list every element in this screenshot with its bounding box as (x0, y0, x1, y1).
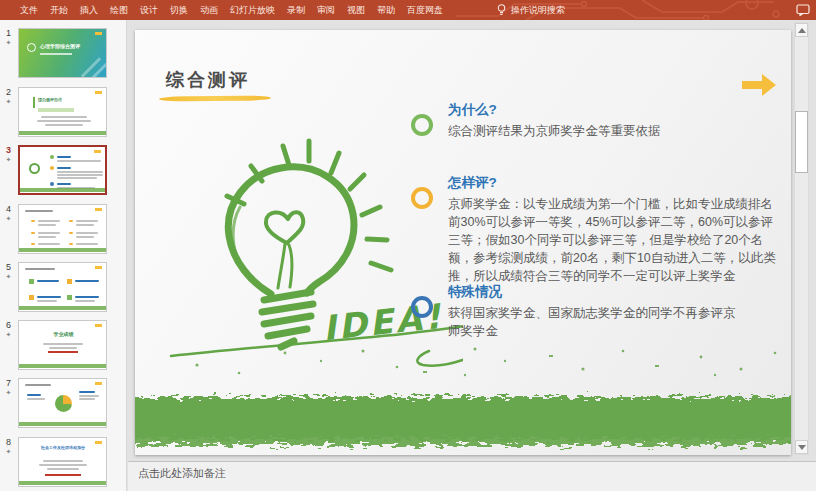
tab-file[interactable]: 文件 (14, 0, 44, 20)
slide-number: 6 (2, 320, 15, 330)
grass-graphic (135, 331, 791, 451)
mini-arrow-icon (95, 266, 102, 269)
ribbon-tabs: 文件 开始 插入 绘图 设计 切换 动画 幻灯片放映 录制 审阅 视图 帮助 百… (0, 0, 449, 20)
tab-insert[interactable]: 插入 (74, 0, 104, 20)
thumbnail-slide-6[interactable]: 6 ✦ 学业成绩 (0, 320, 127, 370)
slide-number: 3 (2, 145, 15, 155)
mini-title: 学业成绩 (19, 332, 107, 337)
animation-star-icon: ✦ (2, 215, 15, 223)
thumbnail-preview (18, 262, 107, 312)
mini-head-diagram (55, 395, 72, 412)
tab-design[interactable]: 设计 (134, 0, 164, 20)
vertical-scrollbar[interactable] (794, 22, 809, 455)
section-body: 京师奖学金：以专业成绩为第一个门槛，比如专业成绩排名前30%可以参评一等奖，45… (448, 195, 778, 285)
section-why[interactable]: 为什么? 综合测评结果为京师奖学金等重要依据 (411, 101, 778, 140)
animation-star-icon: ✦ (2, 156, 15, 164)
tab-help[interactable]: 帮助 (371, 0, 401, 20)
section-heading: 特殊情况 (448, 283, 778, 301)
mini-arrow-icon (95, 32, 102, 35)
mini-title: 综合测评办法 (38, 97, 78, 102)
scroll-up-button[interactable] (795, 23, 808, 37)
scrollbar-thumb[interactable] (795, 111, 808, 173)
thumbnail-preview (18, 145, 107, 195)
section-how[interactable]: 怎样评? 京师奖学金：以专业成绩为第一个门槛，比如专业成绩排名前30%可以参评一… (411, 174, 778, 285)
notes-pane[interactable]: 点击此处添加备注 (128, 461, 816, 491)
thumbnail-slide-3-selected[interactable]: 3 ✦ (0, 145, 127, 195)
tab-slideshow[interactable]: 幻灯片放映 (224, 0, 281, 20)
thumbnail-preview (18, 204, 107, 254)
thumbnail-preview: 学业成绩 (18, 320, 107, 370)
thumbnail-slide-4[interactable]: 4 ✦ (0, 204, 127, 254)
thumbnail-preview: 心理学部综合测评 (18, 28, 107, 78)
mini-bulb-icon (29, 163, 40, 174)
tab-draw[interactable]: 绘图 (104, 0, 134, 20)
search-label: 操作说明搜索 (511, 4, 565, 17)
animation-star-icon: ✦ (2, 448, 15, 456)
lightbulb-icon (497, 4, 506, 16)
powerpoint-window: 文件 开始 插入 绘图 设计 切换 动画 幻灯片放映 录制 审阅 视图 帮助 百… (0, 0, 816, 491)
tab-view[interactable]: 视图 (341, 0, 371, 20)
thumbnail-preview (18, 378, 107, 428)
tell-me-search[interactable]: 操作说明搜索 (497, 4, 565, 17)
mini-arrow-icon (95, 91, 102, 94)
comment-icon[interactable] (796, 4, 810, 16)
animation-star-icon: ✦ (2, 98, 15, 106)
arrow-up-icon (798, 28, 806, 33)
arrow-down-icon (798, 445, 806, 450)
animation-star-icon: ✦ (2, 331, 15, 339)
tab-transitions[interactable]: 切换 (164, 0, 194, 20)
yellow-ring-bullet (411, 187, 433, 209)
slide-editor-area: 综合测评 (128, 20, 816, 491)
green-ring-bullet (411, 114, 433, 136)
title-underline-stroke (159, 95, 271, 101)
mini-arrow-icon (95, 324, 102, 327)
slide-number: 7 (2, 378, 15, 388)
mini-arrow-icon (95, 382, 102, 385)
blue-ring-bullet (411, 296, 433, 318)
tab-baidu-netdisk[interactable]: 百度网盘 (401, 0, 449, 20)
section-heading: 为什么? (448, 101, 778, 119)
thumbnail-slide-1[interactable]: 1 ✦ 心理学部综合测评 (0, 28, 127, 78)
mini-arrow-icon (94, 150, 101, 153)
slide-canvas[interactable]: 综合测评 (135, 30, 791, 455)
slide-number: 4 (2, 204, 15, 214)
tab-review[interactable]: 审阅 (311, 0, 341, 20)
section-heading: 怎样评? (448, 174, 778, 192)
mini-title: 社会工作及社团活动加分 (33, 445, 93, 450)
ribbon-tab-bar: 文件 开始 插入 绘图 设计 切换 动画 幻灯片放映 录制 审阅 视图 帮助 百… (0, 0, 816, 20)
animation-star-icon: ✦ (2, 389, 15, 397)
mini-arrow-icon (95, 441, 102, 444)
tab-animations[interactable]: 动画 (194, 0, 224, 20)
mini-title: 心理学部综合测评 (40, 44, 80, 49)
section-body: 综合测评结果为京师奖学金等重要依据 (448, 122, 778, 140)
thumbnail-slide-2[interactable]: 2 ✦ 综合测评办法 (0, 87, 127, 137)
thumbnail-preview: 综合测评办法 (18, 87, 107, 137)
thumbnail-slide-7[interactable]: 7 ✦ (0, 378, 127, 428)
slide-number: 1 (2, 28, 15, 38)
next-arrow-shape[interactable] (742, 73, 776, 97)
mini-arrow-icon (95, 208, 102, 211)
notes-placeholder: 点击此处添加备注 (128, 462, 816, 481)
slide-title-textbox[interactable]: 综合测评 (166, 68, 250, 92)
slide-number: 8 (2, 437, 15, 447)
slide-number: 2 (2, 87, 15, 97)
animation-star-icon: ✦ (2, 39, 15, 47)
tab-record[interactable]: 录制 (281, 0, 311, 20)
animation-star-icon: ✦ (2, 273, 15, 281)
mini-bulb-icon (27, 43, 36, 52)
thumbnail-slide-8[interactable]: 8 ✦ 社会工作及社团活动加分 (0, 437, 127, 487)
slide-thumbnail-panel: 1 ✦ 心理学部综合测评 2 ✦ 综合测评办法 (0, 20, 127, 491)
scroll-down-button[interactable] (795, 440, 808, 454)
slide-number: 5 (2, 262, 15, 272)
tab-home[interactable]: 开始 (44, 0, 74, 20)
thumbnail-slide-5[interactable]: 5 ✦ (0, 262, 127, 312)
thumbnail-preview: 社会工作及社团活动加分 (18, 437, 107, 487)
